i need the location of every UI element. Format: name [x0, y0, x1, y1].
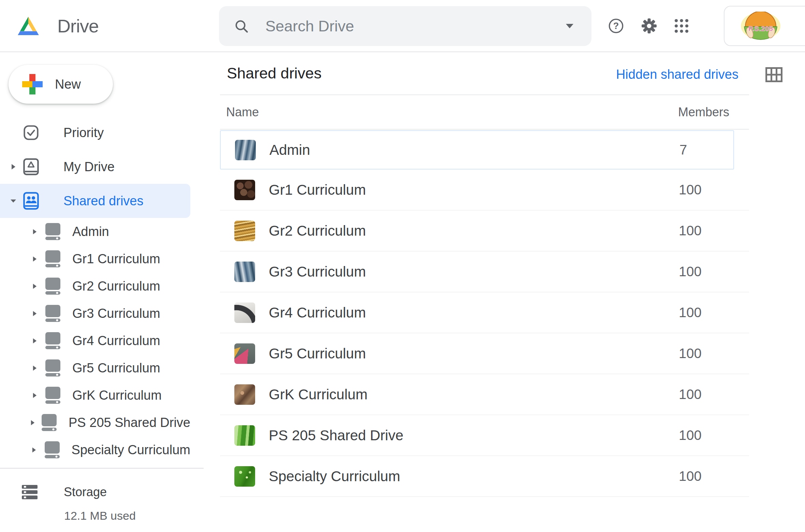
sidebar-shared-drive-item[interactable]: PS 205 Shared Drive [0, 409, 190, 436]
sidebar-shared-drive-item[interactable]: Admin [0, 218, 190, 245]
shared-drive-label: Specialty Curriculum [72, 443, 190, 457]
shared-drive-row[interactable]: Specialty Curriculum 100 [220, 456, 749, 497]
shared-drives-icon [23, 192, 39, 210]
drive-thumbnail [234, 180, 255, 200]
shared-drive-row[interactable]: GrK Curriculum 100 [220, 374, 749, 415]
shared-drive-row[interactable]: Gr3 Curriculum 100 [220, 251, 749, 292]
sidebar-shared-drive-item[interactable]: Specialty Curriculum [0, 436, 190, 463]
shared-drive-row[interactable]: Gr5 Curriculum 100 [220, 333, 749, 374]
shared-drive-row[interactable]: Admin 7 [220, 130, 734, 169]
new-button[interactable]: New [9, 65, 113, 104]
drive-members-count: 100 [679, 305, 702, 320]
expand-caret-right-icon[interactable] [8, 163, 18, 170]
drive-thumbnail [234, 221, 255, 241]
search-icon[interactable] [234, 19, 249, 34]
expand-caret-right-icon[interactable] [30, 365, 39, 371]
drive-name: PS 205 Shared Drive [269, 427, 404, 444]
drive-members-count: 100 [679, 182, 702, 197]
sidebar-menu: Priority My Drive [0, 116, 190, 218]
column-header-members: Members [678, 95, 729, 129]
drive-thumbnail [234, 262, 255, 282]
drive-name: Gr1 Curriculum [269, 182, 366, 198]
expand-caret-right-icon[interactable] [30, 283, 39, 290]
drive-triangle-icon [18, 17, 39, 35]
app-header: Drive ? [0, 0, 805, 52]
sidebar-divider [0, 468, 204, 469]
drive-name: Gr5 Curriculum [269, 345, 366, 362]
drive-members-count: 100 [679, 264, 702, 279]
search-options-caret-icon[interactable] [566, 24, 574, 29]
collapse-caret-down-icon[interactable] [8, 198, 18, 204]
expand-caret-right-icon[interactable] [30, 310, 39, 317]
sidebar-item-priority[interactable]: Priority [0, 116, 190, 150]
drive-members-count: 100 [679, 346, 702, 361]
drive-name: Gr3 Curriculum [269, 264, 366, 280]
drive-wordmark: Drive [57, 15, 99, 36]
shared-drive-row[interactable]: PS 205 Shared Drive 100 [220, 415, 749, 456]
expand-caret-right-icon[interactable] [30, 447, 38, 453]
drive-thumbnail [234, 425, 255, 446]
sidebar-shared-drive-item[interactable]: GrK Curriculum [0, 382, 190, 409]
drive-thumbnail [234, 343, 255, 364]
sidebar-shared-drive-item[interactable]: Gr5 Curriculum [0, 354, 190, 382]
drive-members-count: 7 [679, 142, 687, 158]
table-header: Name Members [220, 94, 749, 130]
shared-drive-label: Admin [72, 224, 109, 239]
grid-view-icon [765, 67, 782, 82]
shared-drive-label: PS 205 Shared Drive [69, 415, 190, 430]
shared-drive-disk-icon [41, 414, 57, 431]
sidebar-shared-drive-item[interactable]: Gr2 Curriculum [0, 272, 190, 300]
storage-icon [22, 485, 38, 499]
page-title: Shared drives [227, 64, 322, 82]
expand-caret-right-icon[interactable] [30, 419, 35, 426]
priority-icon [23, 125, 39, 140]
shared-drive-row[interactable]: Gr4 Curriculum 100 [220, 292, 749, 333]
account-avatar[interactable]: P.S.205 [724, 6, 805, 46]
expand-caret-right-icon[interactable] [30, 228, 39, 235]
grid-view-toggle-button[interactable] [764, 66, 784, 84]
drive-name: Admin [269, 142, 310, 158]
drive-members-count: 100 [679, 428, 702, 443]
google-apps-button[interactable] [674, 18, 689, 34]
sidebar-item-storage[interactable]: Storage [0, 481, 190, 504]
gear-icon [641, 18, 657, 34]
drive-members-count: 100 [679, 469, 702, 484]
hidden-shared-drives-link[interactable]: Hidden shared drives [616, 67, 738, 82]
shared-drive-row[interactable]: Gr2 Curriculum 100 [220, 210, 749, 251]
plus-multicolor-icon [22, 74, 43, 94]
shared-drives-list: Admin 7 Gr1 Curriculum 100 Gr2 Curriculu… [220, 130, 749, 497]
google-drive-app: Drive ? [0, 0, 805, 532]
search-input[interactable] [265, 17, 566, 35]
drive-logo[interactable]: Drive [18, 0, 99, 51]
main-content: Shared drives Hidden shared drives Name … [205, 52, 805, 532]
shared-drive-label: Gr2 Curriculum [72, 279, 160, 294]
sidebar-shared-drive-item[interactable]: Gr3 Curriculum [0, 300, 190, 327]
sidebar: New Priority [0, 52, 205, 532]
help-button[interactable]: ? [608, 18, 624, 34]
shared-drives-tree: Admin Gr1 Curriculum [0, 218, 190, 463]
ps205-logo-image: P.S.205 [740, 12, 782, 40]
settings-button[interactable] [641, 18, 657, 34]
drive-members-count: 100 [679, 387, 702, 402]
search-bar[interactable] [219, 6, 591, 46]
sidebar-item-label: Priority [63, 125, 104, 140]
expand-caret-right-icon[interactable] [30, 392, 39, 399]
drive-name: Specialty Curriculum [269, 468, 400, 485]
shared-drive-row[interactable]: Gr1 Curriculum 100 [220, 169, 749, 210]
shared-drive-disk-icon [45, 250, 61, 267]
drive-name: Gr4 Curriculum [269, 305, 366, 321]
sidebar-item-my-drive[interactable]: My Drive [0, 150, 190, 184]
sidebar-item-shared-drives[interactable]: Shared drives [0, 184, 190, 218]
storage-label: Storage [64, 485, 107, 499]
column-header-name[interactable]: Name [226, 95, 259, 129]
sidebar-shared-drive-item[interactable]: Gr1 Curriculum [0, 245, 190, 272]
sidebar-shared-drive-item[interactable]: Gr4 Curriculum [0, 327, 190, 354]
my-drive-icon [23, 158, 39, 175]
shared-drive-disk-icon [45, 359, 61, 376]
shared-drive-disk-icon [45, 278, 61, 295]
svg-text:?: ? [613, 21, 619, 31]
expand-caret-right-icon[interactable] [30, 338, 39, 344]
shared-drive-disk-icon [45, 305, 61, 322]
shared-drive-disk-icon [45, 223, 61, 240]
expand-caret-right-icon[interactable] [30, 256, 39, 262]
